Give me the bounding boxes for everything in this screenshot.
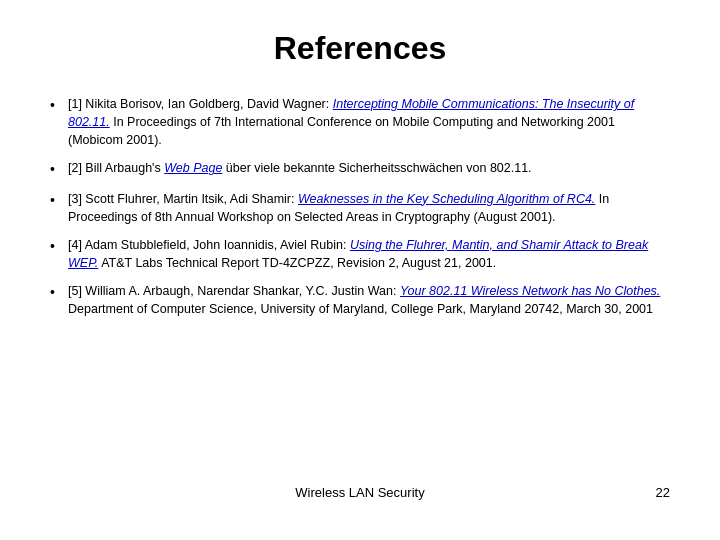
list-item: • [4] Adam Stubblefield, John Ioannidis,… [50,236,670,272]
footer-center-text: Wireless LAN Security [295,485,424,500]
ref3-link[interactable]: Weaknesses in the Key Scheduling Algorit… [298,192,595,206]
slide-page: References • [1] Nikita Borisov, Ian Gol… [0,0,720,540]
references-list: • [1] Nikita Borisov, Ian Goldberg, Davi… [50,95,670,475]
ref2-link[interactable]: Web Page [164,161,222,175]
ref-text: [2] Bill Arbaugh's Web Page über viele b… [68,159,670,177]
ref5-link[interactable]: Your 802.11 Wireless Network has No Clot… [400,284,660,298]
slide-footer: Wireless LAN Security 22 [50,475,670,500]
ref1-link[interactable]: Intercepting Mobile Communications: The … [68,97,634,129]
bullet: • [50,95,68,115]
slide-title: References [50,30,670,67]
ref-text: [4] Adam Stubblefield, John Ioannidis, A… [68,236,670,272]
ref-text: [5] William A. Arbaugh, Narendar Shankar… [68,282,670,318]
list-item: • [1] Nikita Borisov, Ian Goldberg, Davi… [50,95,670,149]
ref4-link[interactable]: Using the Fluhrer, Mantin, and Shamir At… [68,238,648,270]
bullet: • [50,159,68,179]
bullet: • [50,282,68,302]
bullet: • [50,236,68,256]
ref-text: [1] Nikita Borisov, Ian Goldberg, David … [68,95,670,149]
list-item: • [5] William A. Arbaugh, Narendar Shank… [50,282,670,318]
ref-text: [3] Scott Fluhrer, Martin Itsik, Adi Sha… [68,190,670,226]
bullet: • [50,190,68,210]
list-item: • [3] Scott Fluhrer, Martin Itsik, Adi S… [50,190,670,226]
footer-page-number: 22 [656,485,670,500]
list-item: • [2] Bill Arbaugh's Web Page über viele… [50,159,670,179]
